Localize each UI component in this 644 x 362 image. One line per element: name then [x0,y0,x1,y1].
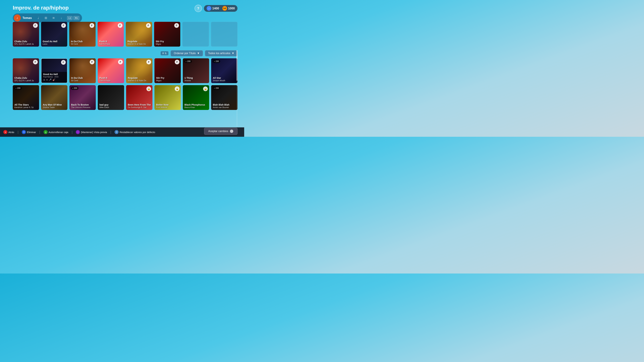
grid-card-allstar[interactable]: ♪ 200 All Star Smash Mouth [211,58,238,83]
nav-icon-note[interactable]: ♩ [35,15,41,21]
featured-card-regulate[interactable]: F Regulate Warren G & Nate Do [126,22,152,46]
grid-song-artist-beenhere: Da Sunlounge ft. Sar. [128,106,151,109]
grid-song-info-betternow: Better Now Post Malone [156,103,179,109]
grid-song-title-beenhere: Been Here From The [128,103,151,106]
grid-song-info-allthestars: All The Stars Kendrick Lamar ft. Sz [14,103,38,109]
grid-song-title-goodashell: Good As Hell [43,73,66,76]
grid-card-badguy[interactable]: bad guy Billie Eilish [98,85,124,110]
price-amount-1thing: 200 [187,60,190,62]
reset-button[interactable]: ✦ Restablecer valores por defecto [114,130,155,134]
sort-filter-label: Todos los artículos [208,52,230,55]
song-grid-row1: F Chaka Zulu STL GLD ft. Latrell Ja F Go… [13,58,238,83]
grid-song-artist-regulate: Warren G & Nate Do [128,79,151,82]
grid-card-betternow[interactable]: 🔒 Better Now Post Malone [154,85,181,110]
back-button[interactable]: ● Atrás [3,130,14,134]
autofill-label: Autorrellenar caja [49,131,68,134]
autofill-button[interactable]: △ Autorrellenar caja [44,130,68,134]
grid-song-title-badguy: bad guy [100,103,122,106]
nav-icon-bars[interactable]: ≋ [51,15,57,21]
featured-card-indaclub[interactable]: F In Da Club 50 Cent [69,22,96,46]
sep2: | [39,130,40,134]
grid-song-title-allthestars: All The Stars [14,103,38,106]
grid-card-anyman[interactable]: Any Man Of Mine Shania Twain [41,85,68,110]
price-amount-allstar: 200 [216,60,219,62]
grid-card-allthestars[interactable]: ♪ 200 All The Stars Kendrick Lamar ft. S… [13,85,39,110]
featured-card-empty2[interactable] [211,22,238,46]
orange-currency-amount: 1000 [228,7,235,10]
hover-icons: ☠ ≡ 🎤 🎸 [43,78,66,81]
nav-icon-grid[interactable]: ⊞ [43,15,49,21]
stick-icon [230,130,233,133]
scrollbar-thumb[interactable] [236,50,238,81]
song-artist-chaka: STL GLD ft. Latrell Ja [14,43,38,45]
delete-label: Eliminar [27,131,36,134]
nav-tag-r1[interactable]: R1 [74,16,79,20]
price-amount-allthestars: 200 [17,87,20,89]
song-info-regulate: Regulate Warren G & Nate Do [128,40,150,45]
nav-icon-down[interactable]: ↓ [58,15,64,21]
grid-card-beenhere[interactable]: 🔒 Been Here From The Da Sunlounge ft. Sa… [126,85,152,110]
nav-tag-l1[interactable]: L1 [67,16,72,20]
featured-card-goodashell[interactable]: F Good As Hell Lizzo [41,22,68,46]
song-artist-regulate: Warren G & Nate Do [128,43,150,45]
grid-song-artist-stirfry: Migos [156,79,179,82]
song-title-chaka: Chaka Zulu [14,40,38,43]
grid-song-info-regulate: Regulate Warren G & Nate Do [128,77,151,82]
scrollbar[interactable] [236,50,238,127]
grid-song-artist-indaclub: 50 Cent [71,79,94,82]
grid-song-artist-1thing: Amerie [184,79,208,82]
grid-card-regulate[interactable]: F Regulate Warren G & Nate Do [126,58,152,83]
grid-card-indaclub[interactable]: F In Da Club 50 Cent [70,58,96,83]
grid-card-backtobos[interactable]: ♪ 200 Back To Boston The Unicorn Princes… [70,85,96,110]
grid-song-artist-blahblah: Armin van Buuren [213,106,236,109]
grid-song-artist-allstar: Smash Mouth [213,79,236,82]
hover-icon-skull: ☠ [43,78,45,81]
featured-card-pushit[interactable]: F Push It Salt-N-Pepa [98,22,124,46]
f-badge-indaclub: F [90,23,94,28]
grid-song-title-backtobos: Back To Boston [71,103,94,106]
grid-song-title-indaclub: In Da Club [71,77,94,79]
grid-song-artist-anyman: Shania Twain [43,106,66,109]
nav-active-icon[interactable]: ♪ [14,14,21,21]
grid-song-artist-chaka: STL GLD ft. Latrell Ja [14,79,38,82]
grid-song-info-allstar: All Star Smash Mouth [213,77,236,82]
grid-f-badge-regulate: F [146,60,151,64]
grid-song-artist-backtobos: The Unicorn Princess [71,106,94,109]
grid-card-goodashell[interactable]: F Good As Hell Rap/Hiphop · 2016 ☠ ≡ 🎤 🎸 [41,58,68,83]
grid-card-blackphos[interactable]: 🔒 Black Phosphorus Basra Khan [183,85,209,110]
featured-card-empty1[interactable] [182,22,209,46]
grid-song-info-beenhere: Been Here From The Da Sunlounge ft. Sar. [128,103,151,109]
accept-button[interactable]: Aceptar cambios [204,128,238,135]
reset-icon: ✦ [114,130,118,134]
blue-currency-icon: ♪ [206,6,211,11]
r-badge-label: R [162,52,164,55]
back-label: Atrás [8,131,14,134]
song-grid-row2: ♪ 200 All The Stars Kendrick Lamar ft. S… [13,85,238,110]
grid-f-badge-pushit: F [118,60,123,64]
help-button[interactable]: ? [194,5,202,12]
preview-button[interactable]: □ (Mantener) Vista previa [76,130,107,134]
grid-card-stirfry[interactable]: F Stir Fry Migos [154,58,181,83]
preview-label: (Mantener) Vista previa [81,131,107,134]
hover-overlay-goodashell: Good As Hell Rap/Hiphop · 2016 ☠ ≡ 🎤 🎸 [42,72,67,83]
grid-song-artist-pushit: Salt-N-Pepa [100,79,122,82]
featured-card-stirfry[interactable]: F Stir Fry Migos [154,22,180,46]
song-title-goodashell: Good As Hell [43,40,66,43]
price-icon-allthestars: ♪ [16,87,16,89]
lock-badge-beenhere: 🔒 [146,86,151,91]
grid-card-pushit[interactable]: F Push It Salt-N-Pepa [98,58,124,83]
grid-card-1thing[interactable]: ♪ 200 1 Thing Amerie [183,58,209,83]
grid-card-blahblah[interactable]: ♪ 200 Blah Blah Blah Armin van Buuren [211,85,238,110]
sort-filter-button[interactable]: Todos los artículos ▼ [205,50,238,56]
nav-active-label[interactable]: Temas [22,16,32,20]
sort-title-button[interactable]: Ordenar por Título ▼ [170,50,203,56]
delete-button[interactable]: ✕ Eliminar [22,130,36,134]
blue-currency-amount: 1400 [212,7,219,10]
grid-song-title-blackphos: Black Phosphorus [184,103,208,106]
grid-song-artist-allthestars: Kendrick Lamar ft. Sz [14,106,38,109]
sep3: | [72,130,72,134]
autofill-icon: △ [44,130,48,134]
song-info-pushit: Push It Salt-N-Pepa [99,40,122,45]
grid-card-chaka[interactable]: F Chaka Zulu STL GLD ft. Latrell Ja [13,58,39,83]
featured-card-chaka[interactable]: F Chaka Zulu STL GLD ft. Latrell Ja [13,22,39,46]
